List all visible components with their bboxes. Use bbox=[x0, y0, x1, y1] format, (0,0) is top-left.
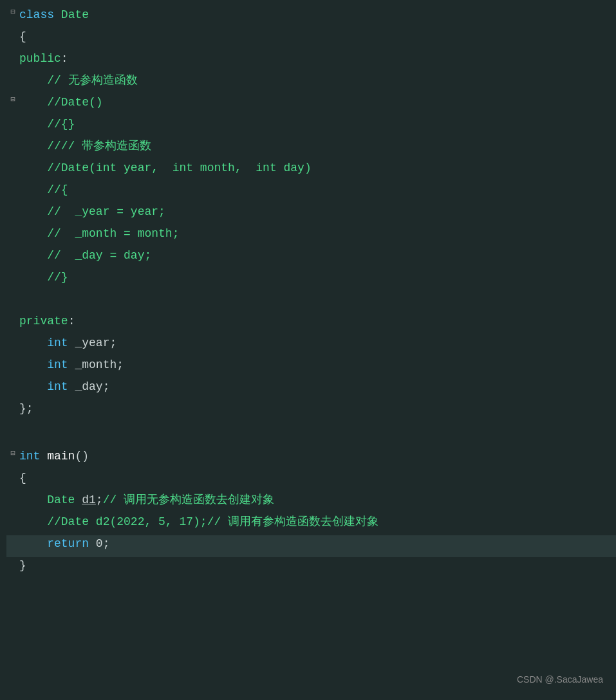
code-line-14 bbox=[19, 291, 616, 309]
code-line-26: } bbox=[19, 557, 616, 575]
code-line-11: // _month = month; bbox=[19, 225, 616, 243]
line-11: // _month = month; bbox=[6, 225, 616, 247]
code-line-2: { bbox=[19, 28, 616, 46]
code-line-19: }; bbox=[19, 400, 616, 418]
code-line-21: int main() bbox=[19, 448, 616, 466]
line-1: ⊟ class Date bbox=[6, 6, 616, 28]
gutter-5: ⊟ bbox=[9, 94, 17, 100]
line-12: // _day = day; bbox=[6, 247, 616, 269]
code-line-16: int _year; bbox=[19, 335, 616, 353]
line-18: int _day; bbox=[6, 378, 616, 400]
code-line-25: return 0; bbox=[19, 535, 616, 553]
code-line-1: class Date bbox=[19, 6, 616, 24]
code-line-12: // _day = day; bbox=[19, 247, 616, 265]
line-25: return 0; bbox=[6, 535, 616, 557]
line-14 bbox=[6, 291, 616, 313]
line-3: public: bbox=[6, 50, 616, 72]
code-line-4: // 无参构造函数 bbox=[19, 72, 616, 90]
fold-icon-1[interactable]: ⊟ bbox=[10, 6, 16, 13]
code-line-22: { bbox=[19, 470, 616, 488]
code-line-6: //{} bbox=[19, 116, 616, 134]
line-17: int _month; bbox=[6, 356, 616, 378]
code-line-9: //{ bbox=[19, 181, 616, 199]
line-19: }; bbox=[6, 400, 616, 422]
line-8: //Date(int year, int month, int day) bbox=[6, 160, 616, 181]
code-line-23: Date d1;// 调用无参构造函数去创建对象 bbox=[19, 492, 616, 510]
line-24: //Date d2(2022, 5, 17);// 调用有参构造函数去创建对象 bbox=[6, 513, 616, 535]
line-23: Date d1;// 调用无参构造函数去创建对象 bbox=[6, 492, 616, 513]
line-9: //{ bbox=[6, 181, 616, 203]
line-4: // 无参构造函数 bbox=[6, 72, 616, 94]
watermark: CSDN @.SacaJawea bbox=[517, 673, 603, 687]
code-line-3: public: bbox=[19, 50, 616, 68]
code-line-18: int _day; bbox=[19, 378, 616, 396]
line-16: int _year; bbox=[6, 335, 616, 356]
code-line-15: private: bbox=[19, 313, 616, 331]
code-line-10: // _year = year; bbox=[19, 203, 616, 221]
line-26: } bbox=[6, 557, 616, 579]
gutter-21: ⊟ bbox=[9, 448, 17, 454]
gutter-1: ⊟ bbox=[9, 6, 17, 13]
fold-icon-5[interactable]: ⊟ bbox=[10, 94, 16, 100]
code-container: ⊟ class Date { public: // 无参构造函数 ⊟ //Dat… bbox=[0, 0, 616, 585]
line-7: //// 带参构造函数 bbox=[6, 138, 616, 160]
line-6: //{} bbox=[6, 116, 616, 138]
line-22: { bbox=[6, 470, 616, 492]
line-13: //} bbox=[6, 269, 616, 291]
fold-icon-21[interactable]: ⊟ bbox=[10, 448, 16, 454]
line-2: { bbox=[6, 28, 616, 50]
line-21: ⊟ int main() bbox=[6, 448, 616, 470]
code-line-8: //Date(int year, int month, int day) bbox=[19, 160, 616, 178]
code-line-13: //} bbox=[19, 269, 616, 287]
code-line-7: //// 带参构造函数 bbox=[19, 138, 616, 156]
line-15: private: bbox=[6, 313, 616, 335]
code-line-17: int _month; bbox=[19, 356, 616, 374]
section-divider bbox=[6, 422, 616, 448]
code-line-24: //Date d2(2022, 5, 17);// 调用有参构造函数去创建对象 bbox=[19, 513, 616, 531]
code-line-5: //Date() bbox=[19, 94, 616, 112]
line-10: // _year = year; bbox=[6, 203, 616, 225]
line-5: ⊟ //Date() bbox=[6, 94, 616, 116]
